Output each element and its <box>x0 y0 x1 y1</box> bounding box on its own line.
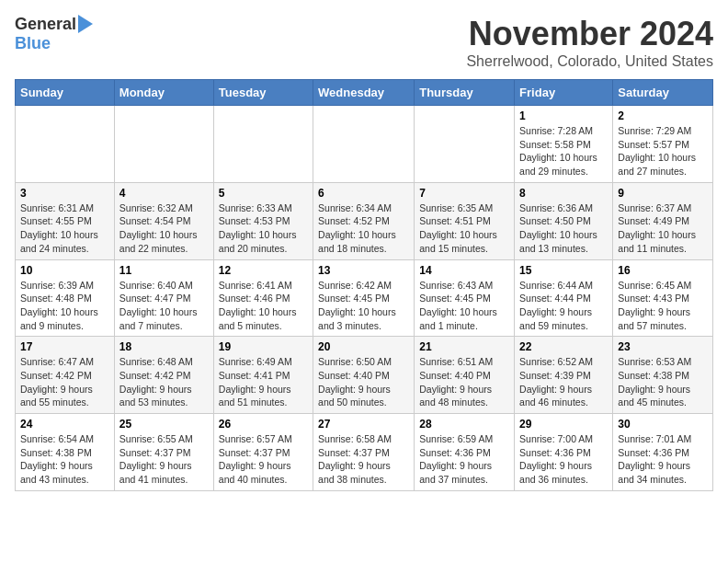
calendar-table: SundayMondayTuesdayWednesdayThursdayFrid… <box>15 79 713 491</box>
calendar-day-cell: 8Sunrise: 6:36 AMSunset: 4:50 PMDaylight… <box>515 182 613 259</box>
calendar-day-cell: 7Sunrise: 6:35 AMSunset: 4:51 PMDaylight… <box>415 182 515 259</box>
calendar-week-row: 3Sunrise: 6:31 AMSunset: 4:55 PMDaylight… <box>16 182 713 259</box>
logo-general-text: General <box>15 15 76 34</box>
day-info: Sunrise: 6:53 AMSunset: 4:38 PMDaylight:… <box>618 355 708 409</box>
calendar-day-cell <box>114 106 213 183</box>
day-info: Sunrise: 6:33 AMSunset: 4:53 PMDaylight:… <box>219 201 308 256</box>
calendar-day-cell: 18Sunrise: 6:48 AMSunset: 4:42 PMDayligh… <box>114 337 213 414</box>
day-number: 22 <box>519 340 608 353</box>
day-info: Sunrise: 6:34 AMSunset: 4:52 PMDaylight:… <box>318 201 409 256</box>
day-of-week-header: Monday <box>114 80 213 106</box>
day-of-week-header: Tuesday <box>213 80 313 106</box>
day-of-week-header: Thursday <box>415 80 515 106</box>
day-info: Sunrise: 6:31 AMSunset: 4:55 PMDaylight:… <box>20 201 109 256</box>
day-info: Sunrise: 6:55 AMSunset: 4:37 PMDaylight:… <box>119 432 209 487</box>
calendar-day-cell: 2Sunrise: 7:29 AMSunset: 5:57 PMDaylight… <box>613 106 713 183</box>
day-number: 23 <box>618 340 708 353</box>
day-number: 5 <box>219 187 308 200</box>
day-of-week-header: Sunday <box>16 80 115 106</box>
calendar-day-cell: 15Sunrise: 6:44 AMSunset: 4:44 PMDayligh… <box>515 259 613 337</box>
calendar-day-cell: 5Sunrise: 6:33 AMSunset: 4:53 PMDaylight… <box>213 182 313 259</box>
day-info: Sunrise: 7:01 AMSunset: 4:36 PMDaylight:… <box>618 432 708 487</box>
calendar-day-cell: 29Sunrise: 7:00 AMSunset: 4:36 PMDayligh… <box>515 414 613 491</box>
page-header: General Blue November 2024 Sherrelwood, … <box>15 15 713 70</box>
calendar-day-cell: 28Sunrise: 6:59 AMSunset: 4:36 PMDayligh… <box>415 414 515 491</box>
calendar-week-row: 1Sunrise: 7:28 AMSunset: 5:58 PMDaylight… <box>16 106 713 183</box>
day-number: 15 <box>519 264 608 277</box>
calendar-day-cell: 6Sunrise: 6:34 AMSunset: 4:52 PMDaylight… <box>313 182 415 259</box>
logo: General Blue <box>15 15 93 53</box>
calendar-day-cell: 1Sunrise: 7:28 AMSunset: 5:58 PMDaylight… <box>515 106 613 183</box>
days-header-row: SundayMondayTuesdayWednesdayThursdayFrid… <box>16 80 713 106</box>
day-info: Sunrise: 6:52 AMSunset: 4:39 PMDaylight:… <box>519 355 608 409</box>
day-number: 9 <box>618 187 708 200</box>
month-title: November 2024 <box>466 15 713 53</box>
calendar-day-cell: 12Sunrise: 6:41 AMSunset: 4:46 PMDayligh… <box>213 259 313 337</box>
calendar-week-row: 24Sunrise: 6:54 AMSunset: 4:38 PMDayligh… <box>16 414 713 491</box>
day-number: 18 <box>119 340 209 353</box>
logo-arrow-icon <box>78 15 93 33</box>
day-number: 27 <box>318 418 409 431</box>
day-info: Sunrise: 6:58 AMSunset: 4:37 PMDaylight:… <box>318 432 409 487</box>
day-number: 1 <box>519 109 608 122</box>
day-number: 17 <box>20 340 109 353</box>
day-number: 25 <box>119 418 209 431</box>
day-info: Sunrise: 6:43 AMSunset: 4:45 PMDaylight:… <box>419 279 509 333</box>
day-number: 26 <box>219 418 308 431</box>
day-info: Sunrise: 6:35 AMSunset: 4:51 PMDaylight:… <box>419 201 509 256</box>
calendar-day-cell <box>16 106 115 183</box>
day-number: 13 <box>318 264 409 277</box>
calendar-day-cell: 21Sunrise: 6:51 AMSunset: 4:40 PMDayligh… <box>415 337 515 414</box>
day-info: Sunrise: 6:50 AMSunset: 4:40 PMDaylight:… <box>318 355 409 409</box>
day-number: 7 <box>419 187 509 200</box>
calendar-day-cell: 20Sunrise: 6:50 AMSunset: 4:40 PMDayligh… <box>313 337 415 414</box>
day-info: Sunrise: 6:59 AMSunset: 4:36 PMDaylight:… <box>419 432 509 487</box>
day-info: Sunrise: 6:47 AMSunset: 4:42 PMDaylight:… <box>20 355 109 409</box>
day-of-week-header: Friday <box>515 80 613 106</box>
day-number: 24 <box>20 418 109 431</box>
day-number: 14 <box>419 264 509 277</box>
calendar-day-cell: 26Sunrise: 6:57 AMSunset: 4:37 PMDayligh… <box>213 414 313 491</box>
calendar-day-cell: 23Sunrise: 6:53 AMSunset: 4:38 PMDayligh… <box>613 337 713 414</box>
day-info: Sunrise: 6:57 AMSunset: 4:37 PMDaylight:… <box>219 432 308 487</box>
day-info: Sunrise: 6:42 AMSunset: 4:45 PMDaylight:… <box>318 279 409 333</box>
day-info: Sunrise: 6:45 AMSunset: 4:43 PMDaylight:… <box>618 279 708 333</box>
day-number: 3 <box>20 187 109 200</box>
day-info: Sunrise: 6:37 AMSunset: 4:49 PMDaylight:… <box>618 201 708 256</box>
calendar-day-cell: 24Sunrise: 6:54 AMSunset: 4:38 PMDayligh… <box>16 414 115 491</box>
day-info: Sunrise: 7:29 AMSunset: 5:57 PMDaylight:… <box>618 124 708 178</box>
calendar-week-row: 17Sunrise: 6:47 AMSunset: 4:42 PMDayligh… <box>16 337 713 414</box>
day-of-week-header: Wednesday <box>313 80 415 106</box>
day-number: 8 <box>519 187 608 200</box>
day-info: Sunrise: 6:36 AMSunset: 4:50 PMDaylight:… <box>519 201 608 256</box>
calendar-day-cell <box>313 106 415 183</box>
location-text: Sherrelwood, Colorado, United States <box>466 53 713 70</box>
calendar-day-cell <box>415 106 515 183</box>
day-number: 4 <box>119 187 209 200</box>
day-info: Sunrise: 6:40 AMSunset: 4:47 PMDaylight:… <box>119 279 209 333</box>
calendar-day-cell: 9Sunrise: 6:37 AMSunset: 4:49 PMDaylight… <box>613 182 713 259</box>
calendar-day-cell: 16Sunrise: 6:45 AMSunset: 4:43 PMDayligh… <box>613 259 713 337</box>
day-number: 21 <box>419 340 509 353</box>
calendar-week-row: 10Sunrise: 6:39 AMSunset: 4:48 PMDayligh… <box>16 259 713 337</box>
day-info: Sunrise: 6:49 AMSunset: 4:41 PMDaylight:… <box>219 355 308 409</box>
calendar-day-cell: 27Sunrise: 6:58 AMSunset: 4:37 PMDayligh… <box>313 414 415 491</box>
title-block: November 2024 Sherrelwood, Colorado, Uni… <box>466 15 713 70</box>
day-number: 10 <box>20 264 109 277</box>
calendar-day-cell: 22Sunrise: 6:52 AMSunset: 4:39 PMDayligh… <box>515 337 613 414</box>
day-info: Sunrise: 7:00 AMSunset: 4:36 PMDaylight:… <box>519 432 608 487</box>
day-info: Sunrise: 6:32 AMSunset: 4:54 PMDaylight:… <box>119 201 209 256</box>
calendar-day-cell: 14Sunrise: 6:43 AMSunset: 4:45 PMDayligh… <box>415 259 515 337</box>
day-of-week-header: Saturday <box>613 80 713 106</box>
day-number: 28 <box>419 418 509 431</box>
day-number: 11 <box>119 264 209 277</box>
calendar-day-cell: 11Sunrise: 6:40 AMSunset: 4:47 PMDayligh… <box>114 259 213 337</box>
day-info: Sunrise: 7:28 AMSunset: 5:58 PMDaylight:… <box>519 124 608 178</box>
day-info: Sunrise: 6:54 AMSunset: 4:38 PMDaylight:… <box>20 432 109 487</box>
calendar-day-cell <box>213 106 313 183</box>
day-number: 6 <box>318 187 409 200</box>
calendar-day-cell: 17Sunrise: 6:47 AMSunset: 4:42 PMDayligh… <box>16 337 115 414</box>
calendar-day-cell: 13Sunrise: 6:42 AMSunset: 4:45 PMDayligh… <box>313 259 415 337</box>
day-info: Sunrise: 6:41 AMSunset: 4:46 PMDaylight:… <box>219 279 308 333</box>
day-info: Sunrise: 6:39 AMSunset: 4:48 PMDaylight:… <box>20 279 109 333</box>
